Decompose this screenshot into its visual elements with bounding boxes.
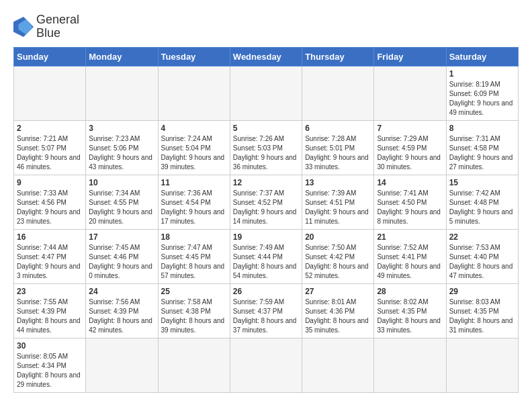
day-info: Sunrise: 7:29 AM Sunset: 4:59 PM Dayligh…: [377, 134, 443, 172]
day-number: 19: [233, 232, 299, 242]
calendar-cell: 13Sunrise: 7:39 AM Sunset: 4:51 PM Dayli…: [302, 175, 374, 229]
day-info: Sunrise: 7:37 AM Sunset: 4:52 PM Dayligh…: [233, 189, 299, 226]
day-number: 17: [89, 232, 154, 242]
calendar-cell: 11Sunrise: 7:36 AM Sunset: 4:54 PM Dayli…: [158, 175, 230, 229]
calendar-cell: [302, 66, 374, 120]
calendar-cell: 12Sunrise: 7:37 AM Sunset: 4:52 PM Dayli…: [230, 175, 302, 229]
day-number: 6: [305, 124, 371, 133]
day-number: 24: [89, 287, 154, 296]
day-info: Sunrise: 7:59 AM Sunset: 4:37 PM Dayligh…: [233, 298, 299, 335]
week-row: 16Sunrise: 7:44 AM Sunset: 4:47 PM Dayli…: [14, 229, 519, 283]
calendar-cell: 26Sunrise: 7:59 AM Sunset: 4:37 PM Dayli…: [230, 283, 302, 338]
calendar-cell: 9Sunrise: 7:33 AM Sunset: 4:56 PM Daylig…: [14, 175, 86, 229]
day-number: 1: [449, 69, 515, 79]
calendar-cell: [14, 66, 86, 120]
day-number: 10: [89, 178, 154, 187]
day-info: Sunrise: 7:34 AM Sunset: 4:55 PM Dayligh…: [89, 189, 154, 226]
calendar-cell: 10Sunrise: 7:34 AM Sunset: 4:55 PM Dayli…: [86, 175, 158, 229]
day-header-saturday: Saturday: [446, 47, 518, 66]
calendar-cell: 30Sunrise: 8:05 AM Sunset: 4:34 PM Dayli…: [14, 338, 86, 392]
day-info: Sunrise: 7:21 AM Sunset: 5:07 PM Dayligh…: [17, 134, 83, 172]
calendar-cell: 24Sunrise: 7:56 AM Sunset: 4:39 PM Dayli…: [86, 283, 158, 338]
calendar-cell: [158, 338, 230, 392]
day-info: Sunrise: 7:44 AM Sunset: 4:47 PM Dayligh…: [17, 243, 83, 281]
day-number: 16: [17, 232, 83, 242]
day-number: 3: [89, 124, 154, 133]
day-number: 13: [305, 178, 371, 187]
day-number: 26: [233, 287, 299, 296]
day-info: Sunrise: 7:50 AM Sunset: 4:42 PM Dayligh…: [305, 243, 371, 281]
day-info: Sunrise: 7:53 AM Sunset: 4:40 PM Dayligh…: [449, 243, 515, 281]
day-info: Sunrise: 7:41 AM Sunset: 4:50 PM Dayligh…: [377, 189, 443, 226]
day-header-thursday: Thursday: [302, 47, 374, 66]
logo-icon: [13, 17, 34, 37]
day-number: 25: [161, 287, 227, 296]
logo-text: General Blue: [36, 13, 79, 40]
calendar-cell: [230, 338, 302, 392]
day-number: 20: [305, 232, 371, 242]
day-number: 27: [305, 287, 371, 296]
day-info: Sunrise: 7:28 AM Sunset: 5:01 PM Dayligh…: [305, 134, 371, 172]
day-number: 21: [377, 232, 443, 242]
week-row: 2Sunrise: 7:21 AM Sunset: 5:07 PM Daylig…: [14, 120, 519, 175]
day-number: 28: [377, 287, 443, 296]
calendar-header: SundayMondayTuesdayWednesdayThursdayFrid…: [14, 47, 519, 66]
week-row: 30Sunrise: 8:05 AM Sunset: 4:34 PM Dayli…: [14, 338, 519, 392]
week-row: 1Sunrise: 8:19 AM Sunset: 6:09 PM Daylig…: [14, 66, 519, 120]
day-info: Sunrise: 7:33 AM Sunset: 4:56 PM Dayligh…: [17, 189, 83, 226]
day-info: Sunrise: 7:31 AM Sunset: 4:58 PM Dayligh…: [449, 134, 515, 172]
calendar-cell: 18Sunrise: 7:47 AM Sunset: 4:45 PM Dayli…: [158, 229, 230, 283]
calendar-cell: 2Sunrise: 7:21 AM Sunset: 5:07 PM Daylig…: [14, 120, 86, 175]
calendar-cell: [302, 338, 374, 392]
calendar-cell: 23Sunrise: 7:55 AM Sunset: 4:39 PM Dayli…: [14, 283, 86, 338]
day-number: 15: [449, 178, 515, 187]
day-number: 14: [377, 178, 443, 187]
calendar-cell: 5Sunrise: 7:26 AM Sunset: 5:03 PM Daylig…: [230, 120, 302, 175]
day-number: 11: [161, 178, 227, 187]
day-info: Sunrise: 7:39 AM Sunset: 4:51 PM Dayligh…: [305, 189, 371, 226]
day-info: Sunrise: 7:26 AM Sunset: 5:03 PM Dayligh…: [233, 134, 299, 172]
day-number: 2: [17, 124, 83, 133]
calendar-cell: [86, 338, 158, 392]
day-number: 5: [233, 124, 299, 133]
day-header-friday: Friday: [374, 47, 446, 66]
calendar-cell: 22Sunrise: 7:53 AM Sunset: 4:40 PM Dayli…: [446, 229, 518, 283]
calendar-cell: [374, 66, 446, 120]
calendar-cell: 3Sunrise: 7:23 AM Sunset: 5:06 PM Daylig…: [86, 120, 158, 175]
day-info: Sunrise: 7:58 AM Sunset: 4:38 PM Dayligh…: [161, 298, 227, 335]
calendar-cell: 27Sunrise: 8:01 AM Sunset: 4:36 PM Dayli…: [302, 283, 374, 338]
calendar-cell: 20Sunrise: 7:50 AM Sunset: 4:42 PM Dayli…: [302, 229, 374, 283]
day-info: Sunrise: 7:42 AM Sunset: 4:48 PM Dayligh…: [449, 189, 515, 226]
day-info: Sunrise: 7:24 AM Sunset: 5:04 PM Dayligh…: [161, 134, 227, 172]
day-number: 4: [161, 124, 227, 133]
header: General Blue: [13, 13, 519, 40]
day-info: Sunrise: 8:19 AM Sunset: 6:09 PM Dayligh…: [449, 80, 515, 118]
day-header-sunday: Sunday: [14, 47, 86, 66]
calendar-cell: 14Sunrise: 7:41 AM Sunset: 4:50 PM Dayli…: [374, 175, 446, 229]
calendar-cell: 17Sunrise: 7:45 AM Sunset: 4:46 PM Dayli…: [86, 229, 158, 283]
day-header-monday: Monday: [86, 47, 158, 66]
calendar-cell: 4Sunrise: 7:24 AM Sunset: 5:04 PM Daylig…: [158, 120, 230, 175]
day-info: Sunrise: 8:01 AM Sunset: 4:36 PM Dayligh…: [305, 298, 371, 335]
day-header-wednesday: Wednesday: [230, 47, 302, 66]
day-info: Sunrise: 7:55 AM Sunset: 4:39 PM Dayligh…: [17, 298, 83, 335]
calendar-cell: 1Sunrise: 8:19 AM Sunset: 6:09 PM Daylig…: [446, 66, 518, 120]
day-number: 12: [233, 178, 299, 187]
calendar-cell: 7Sunrise: 7:29 AM Sunset: 4:59 PM Daylig…: [374, 120, 446, 175]
day-info: Sunrise: 8:05 AM Sunset: 4:34 PM Dayligh…: [17, 352, 83, 390]
calendar-cell: [230, 66, 302, 120]
calendar-cell: 19Sunrise: 7:49 AM Sunset: 4:44 PM Dayli…: [230, 229, 302, 283]
day-number: 23: [17, 287, 83, 296]
day-number: 29: [449, 287, 515, 296]
day-info: Sunrise: 7:36 AM Sunset: 4:54 PM Dayligh…: [161, 189, 227, 226]
calendar-cell: 8Sunrise: 7:31 AM Sunset: 4:58 PM Daylig…: [446, 120, 518, 175]
day-number: 8: [449, 124, 515, 133]
calendar-cell: [86, 66, 158, 120]
logo: General Blue: [13, 13, 79, 40]
calendar-table: SundayMondayTuesdayWednesdayThursdayFrid…: [13, 47, 519, 393]
week-row: 23Sunrise: 7:55 AM Sunset: 4:39 PM Dayli…: [14, 283, 519, 338]
day-number: 9: [17, 178, 83, 187]
header-row: SundayMondayTuesdayWednesdayThursdayFrid…: [14, 47, 519, 66]
day-header-tuesday: Tuesday: [158, 47, 230, 66]
calendar-cell: 6Sunrise: 7:28 AM Sunset: 5:01 PM Daylig…: [302, 120, 374, 175]
